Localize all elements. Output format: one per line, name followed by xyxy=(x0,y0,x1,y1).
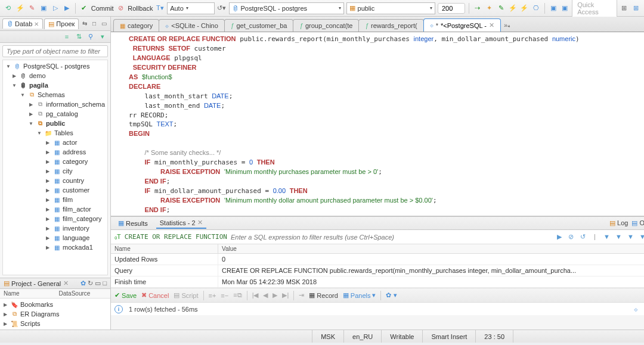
gear-icon[interactable]: ✿ ▾ xyxy=(386,291,397,299)
t2-icon[interactable]: ✦ xyxy=(484,3,494,14)
f3-icon[interactable]: ▼ xyxy=(626,233,636,241)
tab-postgres-active[interactable]: ⟐**<PostgreSQL -✕ xyxy=(423,18,501,32)
tab-database-nav[interactable]: Datab✕ xyxy=(2,18,43,29)
edit2-icon[interactable]: ≡− xyxy=(221,292,228,299)
proj-bookmarks[interactable]: Bookmarks xyxy=(20,301,53,308)
more-tabs-button[interactable]: »₄ xyxy=(500,19,513,32)
f4-icon[interactable]: ▼ xyxy=(638,233,644,241)
minimize-icon[interactable]: □ xyxy=(90,20,98,28)
min2-icon[interactable]: ▭ xyxy=(100,20,108,28)
tree-db-demo[interactable]: demo xyxy=(29,72,46,79)
commit-icon[interactable]: ✔ xyxy=(79,3,89,14)
proj-scripts[interactable]: Scripts xyxy=(20,320,41,327)
history2-icon[interactable]: ↺ xyxy=(578,233,588,241)
close-icon[interactable]: ✕ xyxy=(34,21,39,27)
last-icon[interactable]: ▶| xyxy=(282,291,289,299)
tree-tables[interactable]: Tables xyxy=(54,129,73,136)
edit3-icon[interactable]: ≡⧉ xyxy=(233,291,242,299)
stats-row[interactable]: Updated Rows0 xyxy=(111,254,644,265)
nav-tool2-icon[interactable]: ⇅ xyxy=(73,32,84,42)
tree-table-film_category[interactable]: ▶film_category xyxy=(3,214,107,223)
link-icon[interactable]: ⇆ xyxy=(80,20,89,28)
apply-icon[interactable]: ▶ xyxy=(555,233,564,241)
first-icon[interactable]: |◀ xyxy=(252,291,259,299)
tx-mode-icon[interactable]: T▾ xyxy=(155,3,165,14)
script-button[interactable]: ▤ Script xyxy=(174,291,198,299)
plug-icon[interactable]: ⚡ xyxy=(16,3,25,14)
tree-table-city[interactable]: ▶city xyxy=(3,166,107,176)
save-button[interactable]: ✔ Save xyxy=(114,291,137,299)
t4-icon[interactable]: ⚡ xyxy=(508,3,518,14)
stats-row[interactable]: Finish timeMon Mar 05 14:22:39 MSK 2018 xyxy=(111,276,644,288)
connection-select[interactable]: PostgreSQL - postgres▾ xyxy=(229,2,344,14)
persp1-icon[interactable]: ⊞ xyxy=(620,3,629,14)
tree-table-address[interactable]: ▶address xyxy=(3,147,107,157)
record-button[interactable]: ▦ Record xyxy=(309,291,338,299)
nav-tool4-icon[interactable]: ▾ xyxy=(97,32,108,42)
tab-statistics[interactable]: Statistics - 2✕ xyxy=(156,217,206,229)
gear-icon[interactable]: ✿ xyxy=(80,279,86,287)
rollback-button[interactable]: Rollback xyxy=(128,5,153,12)
t1-icon[interactable]: ⇢ xyxy=(473,3,482,14)
log-button[interactable]: ▤ Log xyxy=(609,219,628,227)
history-icon[interactable]: ↺▾ xyxy=(217,3,227,14)
row-limit-input[interactable] xyxy=(438,3,465,14)
tab-groupconcat[interactable]: ƒgroup_concat(te xyxy=(293,19,359,32)
exec2-icon[interactable]: ▶ xyxy=(62,3,72,14)
tree-conn[interactable]: PostgreSQL - postgres xyxy=(23,63,89,70)
refresh3-icon[interactable]: ⟐ xyxy=(634,306,638,313)
persp2-icon[interactable]: ⊞ xyxy=(631,3,640,14)
t6-icon[interactable]: ⎔ xyxy=(531,3,541,14)
rollback-icon[interactable]: ⊘ xyxy=(116,3,126,14)
t5-icon[interactable]: ⚡ xyxy=(520,3,530,14)
tab-projects-nav[interactable]: ▤Проек xyxy=(44,18,79,29)
f2-icon[interactable]: ▼ xyxy=(614,233,624,241)
tx-auto-select[interactable]: Auto▾ xyxy=(167,2,215,14)
tree-schema-info[interactable]: information_schema xyxy=(46,101,105,108)
tree-table-mockada1[interactable]: ▶mockada1 xyxy=(3,243,107,252)
nav-tool1-icon[interactable]: = xyxy=(61,32,72,42)
refresh2-icon[interactable]: ↻ xyxy=(88,279,93,287)
close-icon[interactable]: ✕ xyxy=(197,219,203,226)
export-icon[interactable]: ⇥ xyxy=(299,291,304,299)
prev-icon[interactable]: ◀ xyxy=(263,291,268,299)
f1-icon[interactable]: ▼ xyxy=(602,233,612,241)
close-icon[interactable]: ✕ xyxy=(63,279,69,287)
refresh-icon[interactable]: ⟲ xyxy=(4,3,13,14)
database-tree[interactable]: ▼PostgreSQL - postgres ▶🛢demo ▼🛢pagila ▼… xyxy=(2,60,108,275)
tree-schema-public[interactable]: public xyxy=(46,120,65,127)
panels-button[interactable]: ▦ Panels ▾ xyxy=(343,291,376,299)
tab-results[interactable]: ▦Results xyxy=(114,218,151,228)
tree-table-inventory[interactable]: ▶inventory xyxy=(3,223,107,233)
tree-table-language[interactable]: ▶language xyxy=(3,233,107,243)
tab-sqlite-chino[interactable]: ⟐<SQLite - Chino xyxy=(159,19,225,32)
tree-table-film[interactable]: ▶film xyxy=(3,195,107,204)
tree-table-customer[interactable]: ▶customer xyxy=(3,185,107,195)
tree-table-film_actor[interactable]: ▶film_actor xyxy=(3,204,107,214)
output-button[interactable]: ▤ Output xyxy=(631,219,644,227)
tree-db-pagila[interactable]: pagila xyxy=(29,82,48,89)
sql-editor[interactable]: CREATE OR REPLACE FUNCTION public.reward… xyxy=(111,32,644,216)
min4-icon[interactable]: □ xyxy=(103,279,107,287)
results-filter-input[interactable] xyxy=(231,234,551,241)
t7-icon[interactable]: ▣ xyxy=(549,3,558,14)
stats-row[interactable]: QueryCREATE OR REPLACE FUNCTION public.r… xyxy=(111,265,644,276)
tab-getcustomer[interactable]: ƒget_customer_ba xyxy=(224,19,294,32)
tab-rewards[interactable]: ƒrewards_report( xyxy=(358,19,423,32)
t8-icon[interactable]: ▣ xyxy=(560,3,569,14)
nav-tool3-icon[interactable]: ⚲ xyxy=(85,32,96,42)
schema-select[interactable]: ▦public▾ xyxy=(346,2,435,14)
tree-table-actor[interactable]: ▶actor xyxy=(3,138,107,147)
min3-icon[interactable]: ▭ xyxy=(95,279,101,287)
exec-icon[interactable]: ▷ xyxy=(51,3,60,14)
t3-icon[interactable]: ✎ xyxy=(496,3,506,14)
close-icon[interactable]: ✕ xyxy=(489,21,494,29)
edit1-icon[interactable]: ≡+ xyxy=(209,292,216,299)
tree-schemas[interactable]: Schemas xyxy=(38,91,65,98)
tree-table-country[interactable]: ▶country xyxy=(3,176,107,185)
tree-table-category[interactable]: ▶category xyxy=(3,157,107,166)
tree-schema-pg[interactable]: pg_catalog xyxy=(46,110,78,117)
tab-category[interactable]: ▦category xyxy=(113,19,159,32)
cancel-button[interactable]: ✖ Cancel xyxy=(141,291,169,299)
sql-icon[interactable]: ✎ xyxy=(27,3,36,14)
